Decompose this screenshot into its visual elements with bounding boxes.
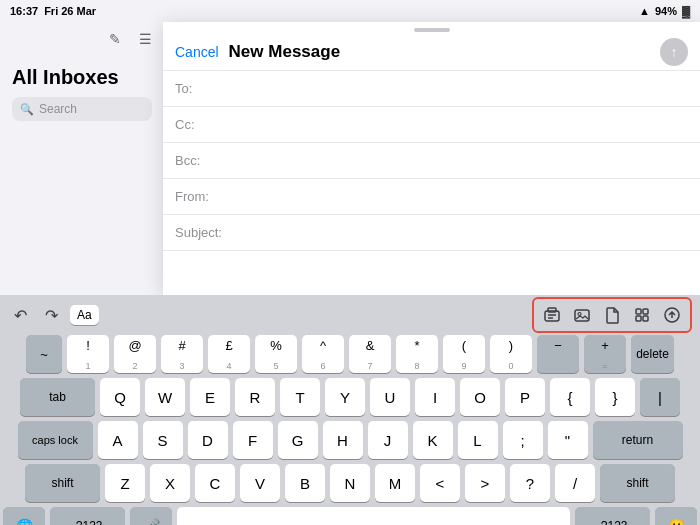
- key-e[interactable]: E: [190, 378, 230, 416]
- bcc-field-row: Bcc:: [163, 143, 700, 179]
- edit-icon[interactable]: ✎: [104, 28, 126, 50]
- key-1-sub: 1: [85, 361, 90, 371]
- key-v[interactable]: V: [240, 464, 280, 502]
- shift-right-key[interactable]: shift: [600, 464, 675, 502]
- key-7[interactable]: & 7: [349, 335, 391, 373]
- key-s[interactable]: S: [143, 421, 183, 459]
- send-icon-btn[interactable]: [658, 301, 686, 329]
- key-8[interactable]: * 8: [396, 335, 438, 373]
- key-o[interactable]: O: [460, 378, 500, 416]
- key-slash[interactable]: /: [555, 464, 595, 502]
- key-pipe[interactable]: |: [640, 378, 680, 416]
- key-1[interactable]: ! 1: [67, 335, 109, 373]
- keyboard-body: ~ ! 1 @ 2 # 3 £ 4 %: [0, 335, 700, 525]
- key-i[interactable]: I: [415, 378, 455, 416]
- key-plus-sub: =: [602, 361, 607, 371]
- key-5-sub: 5: [273, 361, 278, 371]
- globe-key[interactable]: 🌐: [3, 507, 45, 525]
- key-2[interactable]: @ 2: [114, 335, 156, 373]
- redo-button[interactable]: ↷: [39, 302, 64, 329]
- sidebar-top-icons: ✎ ☰: [0, 22, 164, 56]
- key-3[interactable]: # 3: [161, 335, 203, 373]
- key-l[interactable]: L: [458, 421, 498, 459]
- emoji-key[interactable]: 😀: [655, 507, 697, 525]
- key-p[interactable]: P: [505, 378, 545, 416]
- key-y[interactable]: Y: [325, 378, 365, 416]
- svg-point-5: [578, 313, 581, 316]
- key-w[interactable]: W: [145, 378, 185, 416]
- key-tilde[interactable]: ~: [26, 335, 62, 373]
- key-z[interactable]: Z: [105, 464, 145, 502]
- key-0[interactable]: ) 0: [490, 335, 532, 373]
- key-question[interactable]: ?: [510, 464, 550, 502]
- key-5[interactable]: % 5: [255, 335, 297, 373]
- key-c[interactable]: C: [195, 464, 235, 502]
- filter-icon[interactable]: ☰: [134, 28, 156, 50]
- attachment-icon-btn[interactable]: [538, 301, 566, 329]
- tab-key[interactable]: tab: [20, 378, 95, 416]
- caps-lock-key[interactable]: caps lock: [18, 421, 93, 459]
- scan-icon-btn[interactable]: [628, 301, 656, 329]
- key-lt[interactable]: <: [420, 464, 460, 502]
- key-4[interactable]: £ 4: [208, 335, 250, 373]
- time: 16:37: [10, 5, 38, 17]
- key-a[interactable]: A: [98, 421, 138, 459]
- key-quote[interactable]: ": [548, 421, 588, 459]
- key-h[interactable]: H: [323, 421, 363, 459]
- photo-icon-btn[interactable]: [568, 301, 596, 329]
- key-x[interactable]: X: [150, 464, 190, 502]
- delete-key[interactable]: delete: [631, 335, 674, 373]
- key-k[interactable]: K: [413, 421, 453, 459]
- num-switch-right[interactable]: .?123: [575, 507, 650, 525]
- svg-rect-4: [575, 310, 589, 321]
- key-n[interactable]: N: [330, 464, 370, 502]
- to-field-row: To:: [163, 71, 700, 107]
- cancel-button[interactable]: Cancel: [175, 44, 219, 60]
- key-8-sub: 8: [414, 361, 419, 371]
- bcc-label: Bcc:: [175, 153, 220, 168]
- shift-left-key[interactable]: shift: [25, 464, 100, 502]
- key-q[interactable]: Q: [100, 378, 140, 416]
- key-minus[interactable]: −: [537, 335, 579, 373]
- key-t[interactable]: T: [280, 378, 320, 416]
- svg-rect-9: [643, 316, 648, 321]
- key-6[interactable]: ^ 6: [302, 335, 344, 373]
- key-r[interactable]: R: [235, 378, 275, 416]
- search-bar[interactable]: 🔍 Search: [12, 97, 152, 121]
- key-semicolon[interactable]: ;: [503, 421, 543, 459]
- key-plus[interactable]: + =: [584, 335, 626, 373]
- space-key[interactable]: [177, 507, 570, 525]
- format-button[interactable]: Aa: [70, 305, 99, 325]
- bottom-row: 🌐 .?123 🎤 .?123 😀: [3, 507, 697, 525]
- key-g[interactable]: G: [278, 421, 318, 459]
- return-key[interactable]: return: [593, 421, 683, 459]
- key-d[interactable]: D: [188, 421, 228, 459]
- from-field-row: From:: [163, 179, 700, 215]
- toolbar-left: ↶ ↷ Aa: [8, 302, 99, 329]
- undo-button[interactable]: ↶: [8, 302, 33, 329]
- modal-fields: To: Cc: Bcc: From: Subject:: [163, 70, 700, 295]
- svg-rect-8: [636, 316, 641, 321]
- key-m[interactable]: M: [375, 464, 415, 502]
- key-rbrace[interactable]: }: [595, 378, 635, 416]
- keyboard-toolbar: ↶ ↷ Aa: [0, 295, 700, 335]
- search-icon: 🔍: [20, 103, 34, 116]
- key-b[interactable]: B: [285, 464, 325, 502]
- svg-rect-1: [548, 308, 556, 312]
- file-icon-btn[interactable]: [598, 301, 626, 329]
- key-j[interactable]: J: [368, 421, 408, 459]
- modal-header: Cancel New Message ↑: [163, 34, 700, 70]
- key-lbrace[interactable]: {: [550, 378, 590, 416]
- number-row: ~ ! 1 @ 2 # 3 £ 4 %: [3, 335, 697, 373]
- mic-key[interactable]: 🎤: [130, 507, 172, 525]
- key-9[interactable]: ( 9: [443, 335, 485, 373]
- num-switch-left[interactable]: .?123: [50, 507, 125, 525]
- toolbar-icon-group: [532, 297, 692, 333]
- key-3-sub: 3: [179, 361, 184, 371]
- send-button[interactable]: ↑: [660, 38, 688, 66]
- key-f[interactable]: F: [233, 421, 273, 459]
- key-9-sub: 9: [461, 361, 466, 371]
- zxcv-row: shift Z X C V B N M < > ? / shift: [3, 464, 697, 502]
- key-gt[interactable]: >: [465, 464, 505, 502]
- key-u[interactable]: U: [370, 378, 410, 416]
